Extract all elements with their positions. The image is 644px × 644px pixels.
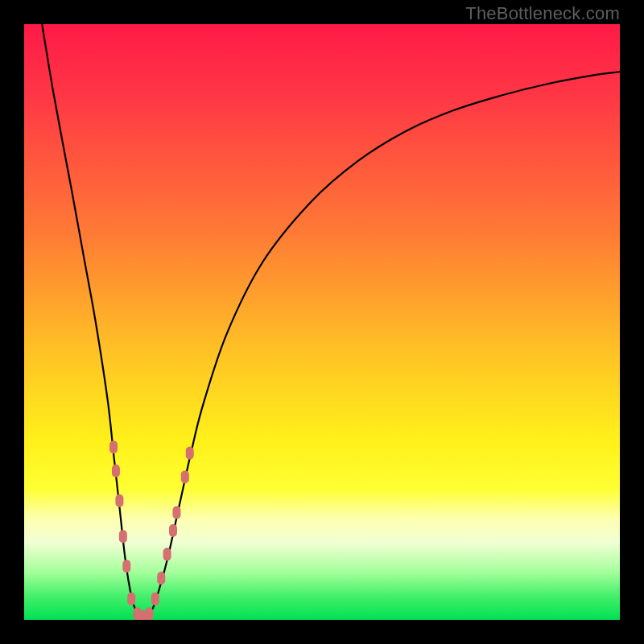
data-marker [163,548,171,561]
data-marker [181,470,189,483]
data-marker [115,494,123,507]
data-marker [157,572,165,584]
watermark-text: TheBottleneck.com [465,3,620,24]
outer-frame: TheBottleneck.com [0,0,644,644]
data-marker [127,592,135,605]
marker-group [109,440,194,620]
bottleneck-curve [42,24,620,620]
plot-area [24,24,620,620]
curve-layer [24,24,620,620]
data-marker [122,559,130,572]
data-marker [169,524,177,537]
data-marker [112,464,120,477]
data-marker [172,506,180,519]
data-marker [145,608,153,620]
data-marker [151,592,159,605]
data-marker [109,440,118,453]
data-marker [186,447,194,460]
data-marker [119,530,127,543]
